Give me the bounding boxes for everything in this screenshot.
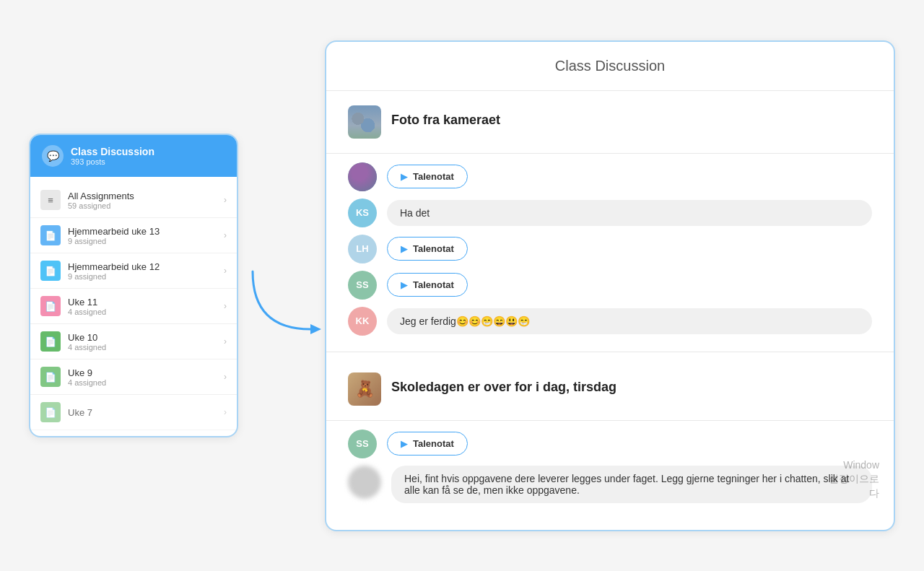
discussion-post-2: 🧸 Skoledagen er over for i dag, tirsdag	[326, 358, 894, 421]
assignment-item-all[interactable]: ≡ All Assignments 59 assigned ›	[30, 183, 237, 218]
reply-row-ss1: SS ▶ Talenotat	[348, 271, 872, 300]
text-bubble-ks: Ha det	[387, 200, 872, 226]
assignment-icon-list: ≡	[40, 190, 61, 210]
assignment-info-uke9: Uke 9 4 assigned	[68, 367, 224, 387]
reply-avatar-r1	[348, 162, 377, 191]
main-container: 💬 Class Discussion 393 posts ≡ All Assig…	[29, 40, 895, 531]
assignment-sub-uke13: 9 assigned	[68, 237, 224, 245]
assignment-item-uke10[interactable]: 📄 Uke 10 4 assigned ›	[30, 324, 237, 359]
post-title-2: Skoledagen er over for i dag, tirsdag	[391, 372, 616, 395]
chevron-icon: ›	[224, 195, 227, 205]
play-icon: ▶	[401, 172, 407, 182]
reply-row-kk: KK Jeg er ferdig😊😊😁😄😃😁	[348, 307, 872, 336]
chevron-icon: ›	[224, 336, 227, 346]
play-icon: ▶	[401, 439, 407, 449]
header-title: Class Discussion	[71, 146, 154, 157]
audio-bubble-lh[interactable]: ▶ Talenotat	[387, 237, 468, 261]
chevron-icon: ›	[224, 301, 227, 311]
assignment-info-uke13: Hjemmearbeid uke 13 9 assigned	[68, 226, 224, 245]
class-discussion-header[interactable]: 💬 Class Discussion 393 posts	[30, 135, 237, 177]
photo-avatar-inner	[348, 105, 381, 139]
left-panel: 💬 Class Discussion 393 posts ≡ All Assig…	[29, 134, 238, 437]
assignment-info-uke10: Uke 10 4 assigned	[68, 332, 224, 352]
audio-bubble-ss1[interactable]: ▶ Talenotat	[387, 273, 468, 297]
post-title-1: Foto fra kameraet	[391, 105, 500, 128]
panel-title: Class Discussion	[555, 58, 665, 74]
reply-row-lh: LH ▶ Talenotat	[348, 235, 872, 263]
chevron-icon: ›	[224, 407, 227, 417]
assignment-info-uke7: Uke 7	[68, 407, 224, 418]
assignment-title-uke7: Uke 7	[68, 407, 224, 418]
audio-label-r1: Talenotat	[413, 171, 454, 182]
assignment-title-uke9: Uke 9	[68, 367, 224, 378]
assignment-icon-uke11: 📄	[40, 296, 61, 316]
assignment-icon-uke10: 📄	[40, 331, 61, 352]
play-icon: ▶	[401, 280, 407, 290]
assignment-title-all: All Assignments	[68, 191, 224, 201]
assignment-icon-uke9: 📄	[40, 367, 61, 387]
assignment-item-uke11[interactable]: 📄 Uke 11 4 assigned ›	[30, 289, 237, 324]
assignment-icon-uke7: 📄	[40, 402, 61, 422]
post-avatar-teddy: 🧸	[348, 372, 381, 406]
text-bubble-blurred: Hei, fint hvis oppgavene dere leverer le…	[391, 466, 872, 503]
reply-avatar-lh: LH	[348, 235, 377, 263]
audio-bubble-r1[interactable]: ▶ Talenotat	[387, 165, 468, 188]
reply-row-r1: ▶ Talenotat	[348, 162, 872, 191]
reply-avatar-ks: KS	[348, 199, 377, 227]
post-avatar-photo	[348, 105, 381, 139]
assignment-item-uke9[interactable]: 📄 Uke 9 4 assigned ›	[30, 359, 237, 395]
right-panel: Class Discussion Foto fra kameraet ▶ Tal…	[325, 40, 895, 531]
post-header-2: 🧸 Skoledagen er over for i dag, tirsdag	[348, 372, 872, 406]
replies-section-1: ▶ Talenotat KS Ha det LH ▶ Talenotat SS	[326, 154, 894, 352]
assignment-icon-uke12: 📄	[40, 261, 61, 281]
svg-marker-0	[310, 324, 321, 334]
arrow-connector	[238, 214, 325, 358]
text-bubble-kk: Jeg er ferdig😊😊😁😄😃😁	[387, 308, 872, 334]
assignments-list: ≡ All Assignments 59 assigned › 📄 Hjemme…	[30, 177, 237, 436]
assignment-title-uke12: Hjemmearbeid uke 12	[68, 261, 224, 272]
reply-row-blurred: Hei, fint hvis oppgavene dere leverer le…	[348, 466, 872, 503]
chevron-icon: ›	[224, 230, 227, 240]
discussion-post-1: Foto fra kameraet	[326, 91, 894, 154]
audio-label-ss1: Talenotat	[413, 279, 454, 290]
chevron-icon: ›	[224, 266, 227, 276]
assignment-sub-all: 59 assigned	[68, 201, 224, 210]
assignment-title-uke13: Hjemmearbeid uke 13	[68, 226, 224, 237]
header-subtitle: 393 posts	[71, 157, 154, 166]
assignment-info-uke11: Uke 11 4 assigned	[68, 297, 224, 316]
replies-section-2: SS ▶ Talenotat Hei, fint hvis oppgavene …	[326, 421, 894, 519]
chevron-icon: ›	[224, 372, 227, 382]
reply-avatar-blurred	[348, 466, 381, 499]
reply-avatar-ss2: SS	[348, 430, 377, 458]
discussion-icon: 💬	[42, 145, 64, 167]
assignment-item-uke7[interactable]: 📄 Uke 7 ›	[30, 395, 237, 430]
assignment-icon-uke13: 📄	[40, 225, 61, 245]
assignment-info-all: All Assignments 59 assigned	[68, 191, 224, 210]
assignment-info-uke12: Hjemmearbeid uke 12 9 assigned	[68, 261, 224, 281]
header-info: Class Discussion 393 posts	[71, 146, 154, 166]
play-icon: ▶	[401, 244, 407, 254]
section-divider	[326, 352, 894, 352]
assignment-sub-uke10: 4 assigned	[68, 343, 224, 352]
reply-row-ks: KS Ha det	[348, 199, 872, 227]
reply-row-ss2: SS ▶ Talenotat	[348, 430, 872, 458]
audio-label-lh: Talenotat	[413, 243, 454, 254]
reply-avatar-ss1: SS	[348, 271, 377, 300]
assignment-item-uke12[interactable]: 📄 Hjemmearbeid uke 12 9 assigned ›	[30, 253, 237, 289]
assignment-sub-uke12: 9 assigned	[68, 272, 224, 281]
assignment-sub-uke9: 4 assigned	[68, 378, 224, 387]
assignment-title-uke10: Uke 10	[68, 332, 224, 343]
right-panel-header: Class Discussion	[326, 42, 894, 91]
reply-avatar-kk: KK	[348, 307, 377, 336]
arrow-svg	[238, 214, 325, 358]
assignment-sub-uke11: 4 assigned	[68, 308, 224, 316]
assignment-item-uke13[interactable]: 📄 Hjemmearbeid uke 13 9 assigned ›	[30, 218, 237, 253]
audio-label-ss2: Talenotat	[413, 438, 454, 449]
assignment-title-uke11: Uke 11	[68, 297, 224, 308]
audio-bubble-ss2[interactable]: ▶ Talenotat	[387, 432, 468, 456]
post-header-1: Foto fra kameraet	[348, 105, 872, 139]
